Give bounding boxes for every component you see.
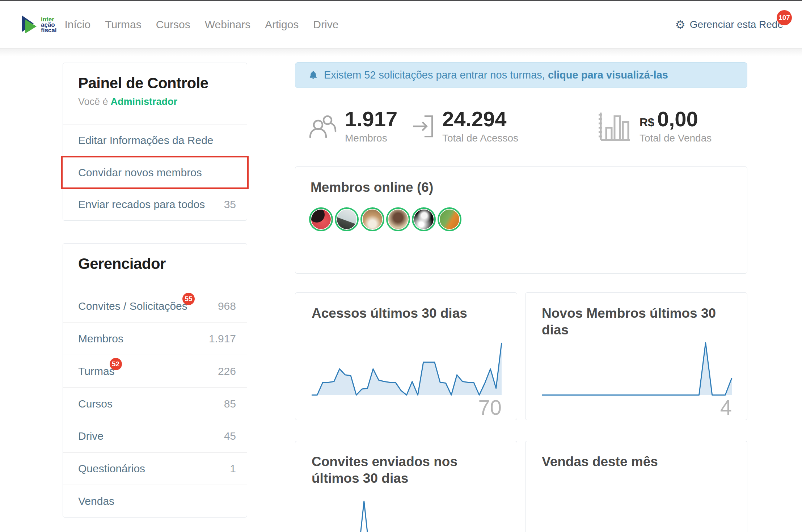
online-avatars bbox=[309, 207, 461, 231]
chart-card-acessos: Acessos últimos 30 dias 70 bbox=[295, 292, 517, 420]
logo[interactable]: inter ação fiscal bbox=[22, 14, 56, 35]
pending-badge: 52 bbox=[110, 358, 122, 370]
item-label: Convites / Solicitações55 bbox=[78, 300, 187, 312]
manage-network-label: Gerenciar esta Rede bbox=[690, 19, 783, 30]
stat-value: 1.917 bbox=[345, 109, 397, 130]
item-label: Enviar recados para todos bbox=[78, 198, 205, 211]
manager-item-membros[interactable]: Membros1.917 bbox=[63, 322, 247, 355]
chart-title-acessos: Acessos últimos 30 dias bbox=[312, 305, 467, 322]
avatar-4[interactable] bbox=[386, 207, 410, 231]
chart-title-novos-membros: Novos Membros últimos 30 dias bbox=[542, 305, 725, 339]
main-nav: InícioTurmasCursosWebinarsArtigosDrive bbox=[64, 18, 338, 31]
avatar-2[interactable] bbox=[335, 207, 359, 231]
online-members-title: Membros online (6) bbox=[311, 180, 433, 195]
stat-total-de-vendas: R$0,00Total de Vendas bbox=[598, 109, 712, 144]
online-members-card: Membros online (6) bbox=[295, 166, 747, 274]
item-count: 1.917 bbox=[209, 333, 236, 345]
manager-item-turmas[interactable]: Turmas52226 bbox=[63, 355, 247, 387]
acessos-area-chart bbox=[312, 341, 502, 396]
sales-icon bbox=[598, 111, 632, 142]
chart-title-convites: Convites enviados nos últimos 30 dias bbox=[312, 453, 494, 487]
item-count: 45 bbox=[224, 430, 236, 442]
page-title: Painel de Controle bbox=[78, 75, 232, 92]
alert-text: Existem 52 solicitações para entrar nos … bbox=[324, 69, 545, 81]
logo-play-icon bbox=[22, 14, 38, 35]
access-icon bbox=[412, 115, 434, 138]
alert-link-text: clique para visualizá-las bbox=[548, 69, 668, 81]
header-shadow bbox=[0, 48, 802, 56]
avatar-3[interactable] bbox=[360, 207, 384, 231]
nav-item-drive[interactable]: Drive bbox=[313, 18, 338, 31]
stat-label: Membros bbox=[345, 132, 397, 144]
nav-item-artigos[interactable]: Artigos bbox=[265, 18, 299, 31]
manager-item-vendas[interactable]: Vendas bbox=[63, 485, 247, 517]
vendas-line-chart bbox=[542, 499, 732, 532]
logo-line-3: fiscal bbox=[41, 28, 56, 33]
control-panel-head: Painel de Controle Você éAdministrador bbox=[63, 63, 247, 107]
manager-item-cursos[interactable]: Cursos85 bbox=[63, 387, 247, 420]
chart-card-convites: Convites enviados nos últimos 30 dias bbox=[295, 441, 517, 532]
members-icon bbox=[309, 115, 337, 138]
item-label: Convidar novos membros bbox=[78, 166, 202, 179]
manager-menu: Convites / Solicitações55968Membros1.917… bbox=[63, 290, 247, 517]
novos-membros-max-value: 4 bbox=[542, 397, 732, 418]
novos-membros-area-chart bbox=[542, 341, 732, 396]
manager-item-drive[interactable]: Drive45 bbox=[63, 420, 247, 452]
main-nav-list: InícioTurmasCursosWebinarsArtigosDrive bbox=[64, 18, 338, 31]
nav-item-inicio[interactable]: Início bbox=[64, 18, 90, 31]
stat-membros: 1.917Membros bbox=[309, 109, 397, 144]
item-label: Drive bbox=[78, 430, 104, 442]
item-label: Turmas52 bbox=[78, 365, 115, 377]
requests-alert-banner[interactable]: Existem 52 solicitações para entrar nos … bbox=[295, 62, 747, 88]
manager-title: Gerenciador bbox=[78, 255, 232, 273]
acessos-max-value: 70 bbox=[312, 397, 502, 418]
item-count: 35 bbox=[224, 198, 236, 211]
gear-icon: ⚙ bbox=[675, 19, 685, 30]
item-label: Editar Informações da Rede bbox=[78, 134, 214, 147]
nav-item-webinars[interactable]: Webinars bbox=[205, 18, 250, 31]
manager-head: Gerenciador bbox=[63, 244, 247, 273]
avatar-1[interactable] bbox=[309, 207, 333, 231]
currency-symbol: R$ bbox=[640, 117, 654, 128]
item-label: Cursos bbox=[78, 398, 113, 410]
avatar-6[interactable] bbox=[438, 207, 461, 231]
chart-title-vendas: Vendas deste mês bbox=[542, 453, 658, 470]
notification-badge[interactable]: 107 bbox=[777, 10, 792, 25]
manager-item-questionarios[interactable]: Questionários1 bbox=[63, 452, 247, 485]
stat-value: 24.294 bbox=[442, 109, 518, 130]
convites-line-chart bbox=[312, 499, 502, 532]
item-count: 226 bbox=[218, 365, 236, 377]
chart-card-novos-membros: Novos Membros últimos 30 dias 4 bbox=[525, 292, 747, 420]
role-subtitle: Você éAdministrador bbox=[78, 96, 232, 107]
role-prefix: Você é bbox=[78, 96, 108, 107]
item-label: Vendas bbox=[78, 495, 114, 507]
stat-label: Total de Vendas bbox=[640, 132, 712, 144]
sidebar-item-editar-informacoes-da-rede[interactable]: Editar Informações da Rede bbox=[63, 124, 247, 156]
stat-total-de-acessos: 24.294Total de Acessos bbox=[412, 109, 518, 144]
nav-item-turmas[interactable]: Turmas bbox=[105, 18, 142, 31]
stat-value: R$0,00 bbox=[640, 109, 712, 130]
stat-label: Total de Acessos bbox=[442, 132, 518, 144]
item-label: Questionários bbox=[78, 463, 145, 475]
pending-badge: 55 bbox=[182, 293, 195, 305]
header: inter ação fiscal InícioTurmasCursosWebi… bbox=[0, 1, 802, 48]
control-panel-card: Painel de Controle Você éAdministrador E… bbox=[63, 63, 247, 221]
chart-card-vendas: Vendas deste mês bbox=[525, 441, 747, 532]
manager-card: Gerenciador Convites / Solicitações55968… bbox=[63, 243, 247, 518]
logo-text: inter ação fiscal bbox=[41, 17, 56, 33]
item-count: 85 bbox=[224, 398, 236, 410]
manage-network-link[interactable]: ⚙ Gerenciar esta Rede 107 bbox=[675, 19, 783, 30]
item-label: Membros bbox=[78, 333, 123, 345]
avatar-5[interactable] bbox=[412, 207, 436, 231]
manager-item-convites-solicitacoes[interactable]: Convites / Solicitações55968 bbox=[63, 290, 247, 322]
sidebar-item-convidar-novos-membros[interactable]: Convidar novos membros bbox=[63, 156, 247, 189]
role-value: Administrador bbox=[111, 96, 178, 107]
item-count: 1 bbox=[230, 463, 236, 475]
sidebar-item-enviar-recados-para-todos[interactable]: Enviar recados para todos35 bbox=[63, 188, 247, 220]
item-count: 968 bbox=[218, 300, 236, 312]
nav-item-cursos[interactable]: Cursos bbox=[156, 18, 190, 31]
control-panel-menu: Editar Informações da RedeConvidar novos… bbox=[63, 124, 247, 220]
bell-icon bbox=[308, 69, 318, 81]
